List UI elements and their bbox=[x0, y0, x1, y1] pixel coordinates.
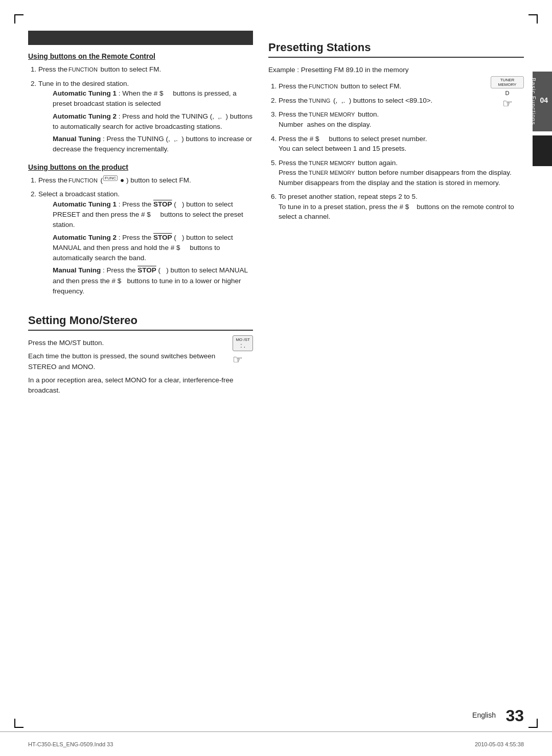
page-label: English bbox=[472, 711, 496, 719]
section-header-bar bbox=[28, 31, 253, 45]
preset-step-2: Press theTUNING (, ,. ) buttons to selec… bbox=[279, 96, 524, 106]
remote-steps-list: Press theFUNCTION button to select FM. T… bbox=[28, 64, 253, 155]
footer-left: HT-C350-ELS_ENG-0509.Indd 33 bbox=[28, 741, 113, 747]
product-auto-2: Automatic Tuning 2 : Press the STOP ( ) … bbox=[53, 233, 253, 264]
left-column: Using buttons on the Remote Control Pres… bbox=[28, 26, 253, 725]
preset-step-1-text: Press theFUNCTION button to select FM. bbox=[279, 82, 401, 90]
most-label-box: MO /ST : . bbox=[233, 335, 253, 351]
remote-control-section: Using buttons on the Remote Control Pres… bbox=[28, 52, 253, 155]
chapter-label: Basic Functions bbox=[531, 78, 537, 125]
corner-mark-bl bbox=[14, 719, 24, 728]
most-label: MO /ST bbox=[236, 337, 250, 342]
tuner-d-label: D bbox=[491, 90, 524, 96]
hand-cursor-icon: ☞ bbox=[233, 353, 253, 366]
stop-label-3: STOP bbox=[137, 266, 156, 274]
preset-step-3-text: Press theTUNER MEMORY button. Number ash… bbox=[279, 110, 379, 128]
product-section: Using buttons on the product Press theFU… bbox=[28, 163, 253, 296]
page-footer: HT-C350-ELS_ENG-0509.Indd 33 2010-05-03 … bbox=[0, 731, 552, 756]
mono-stereo-content: MO /ST : . ☞ Press the MO/ST button. Eac… bbox=[28, 338, 253, 398]
auto-tune-2: Automatic Tuning 2 : Press and hold the … bbox=[53, 111, 253, 132]
product-step-2: Select a broadcast station. Automatic Tu… bbox=[38, 189, 253, 296]
product-steps-list: Press theFUNCTION (FUNC ● ) button to se… bbox=[28, 175, 253, 296]
product-manual: Manual Tuning : Press the STOP ( ) butto… bbox=[53, 265, 253, 296]
preset-step-5-text: Press theTUNER MEMORY button again. Pres… bbox=[279, 159, 512, 187]
func-label: FUNC bbox=[103, 175, 118, 181]
remote-step-2-text: Tune in to the desired station. bbox=[38, 80, 129, 87]
corner-mark-br bbox=[528, 719, 538, 728]
remote-step-2: Tune in to the desired station. Automati… bbox=[38, 79, 253, 155]
preset-step-5: Press theTUNER MEMORY button again. Pres… bbox=[279, 158, 524, 188]
footer-right: 2010-05-03 4:55:38 bbox=[475, 741, 524, 747]
tuner-memory-label-box: TUNERMEMORY bbox=[491, 76, 524, 88]
remote-step-2-subitems: Automatic Tuning 1 : When the # $ button… bbox=[38, 88, 253, 155]
product-step-2-subitems: Automatic Tuning 1 : Press the STOP ( ) … bbox=[38, 199, 253, 296]
product-step-2-text: Select a broadcast station. bbox=[38, 190, 120, 198]
presetting-title: Presetting Stations bbox=[268, 41, 524, 58]
manual-tune: Manual Tuning : Press the TUNING (, ,. )… bbox=[53, 134, 253, 155]
most-illustration: MO /ST : . ☞ bbox=[233, 335, 253, 366]
mono-stereo-title: Setting Mono/Stereo bbox=[28, 314, 253, 331]
remote-step-1: Press theFUNCTION button to select FM. bbox=[38, 64, 253, 75]
preset-step-6-text: To preset another station, repeat steps … bbox=[279, 193, 514, 220]
stop-label-2: STOP bbox=[153, 234, 172, 241]
most-text-2: Each time the button is pressed, the sou… bbox=[28, 351, 253, 372]
page-number: 33 bbox=[505, 706, 524, 725]
mono-stereo-section: Setting Mono/Stereo MO /ST : . ☞ Press t… bbox=[28, 314, 253, 398]
presetting-section: Presetting Stations Example : Presetting… bbox=[268, 41, 524, 222]
remote-control-title: Using buttons on the Remote Control bbox=[28, 52, 253, 60]
remote-step-1-text: Press theFUNCTION button to select FM. bbox=[38, 65, 161, 73]
preset-step-4-text: Press the # $ buttons to select preset n… bbox=[279, 135, 427, 153]
product-auto-1: Automatic Tuning 1 : Press the STOP ( ) … bbox=[53, 199, 253, 231]
presetting-steps-container: TUNERMEMORY D ☞ Press theFUNCTION button… bbox=[268, 81, 524, 222]
chapter-number: 04 bbox=[540, 96, 548, 104]
auto-tune-1: Automatic Tuning 1 : When the # $ button… bbox=[53, 88, 253, 109]
right-column: Presetting Stations Example : Presetting… bbox=[268, 26, 524, 725]
product-step-1-text: Press theFUNCTION (FUNC ● ) button to se… bbox=[38, 176, 191, 184]
tuner-hand-icon: ☞ bbox=[491, 97, 524, 110]
product-title: Using buttons on the product bbox=[28, 163, 253, 171]
preset-step-4: Press the # $ buttons to select preset n… bbox=[279, 134, 524, 154]
most-text-1: Press the MO/ST button. bbox=[28, 338, 253, 348]
corner-mark-tl bbox=[14, 14, 24, 24]
preset-step-6: To preset another station, repeat steps … bbox=[279, 192, 524, 222]
stop-label-1: STOP bbox=[153, 200, 172, 208]
most-dots: : . bbox=[240, 342, 245, 349]
chapter-tab-dark bbox=[533, 135, 552, 166]
page-content: Using buttons on the Remote Control Pres… bbox=[28, 26, 524, 725]
example-text: Example : Presetting FM 89.10 in the mem… bbox=[268, 65, 524, 75]
preset-step-3: Press theTUNER MEMORY button. Number ash… bbox=[279, 109, 524, 129]
tuner-memory-illustration: TUNERMEMORY D ☞ bbox=[491, 76, 524, 110]
product-step-1: Press theFUNCTION (FUNC ● ) button to se… bbox=[38, 175, 253, 186]
preset-step-2-text: Press theTUNING (, ,. ) buttons to selec… bbox=[279, 97, 432, 104]
most-text-3: In a poor reception area, select MONO fo… bbox=[28, 375, 253, 396]
preset-step-1: Press theFUNCTION button to select FM. bbox=[279, 81, 524, 91]
corner-mark-tr bbox=[528, 14, 538, 24]
chapter-tab: 04 Basic Functions bbox=[533, 72, 552, 131]
presetting-steps-list: Press theFUNCTION button to select FM. P… bbox=[268, 81, 524, 222]
